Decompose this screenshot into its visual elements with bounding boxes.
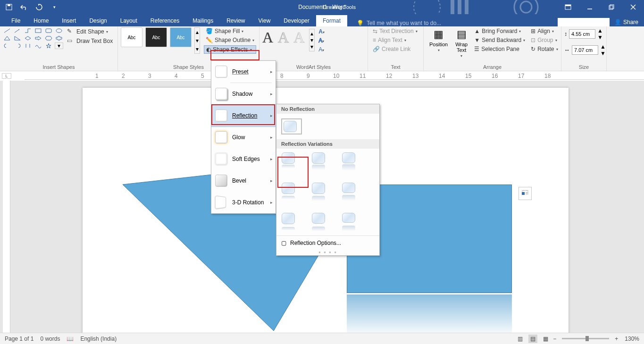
oval-icon[interactable] bbox=[55, 27, 63, 34]
save-icon[interactable] bbox=[5, 3, 13, 11]
zoom-slider[interactable] bbox=[562, 338, 609, 339]
tab-insert[interactable]: Insert bbox=[55, 15, 83, 26]
effects-glow[interactable]: Glow▸ bbox=[211, 126, 276, 148]
tab-design[interactable]: Design bbox=[83, 15, 113, 26]
align-text-button[interactable]: ≡Align Text▾ bbox=[371, 36, 420, 44]
hexagon-icon[interactable] bbox=[44, 35, 53, 42]
status-lang[interactable]: English (India) bbox=[80, 336, 117, 342]
create-link-button[interactable]: 🔗Create Link bbox=[371, 45, 420, 53]
proofing-icon[interactable]: 📖 bbox=[67, 336, 74, 342]
rectangle-icon[interactable] bbox=[34, 27, 42, 34]
search-input[interactable] bbox=[558, 18, 610, 26]
width-input[interactable] bbox=[572, 45, 598, 55]
star-icon[interactable] bbox=[44, 42, 53, 49]
shape-outline-button[interactable]: ✏️Shape Outline▾ bbox=[204, 36, 256, 44]
shape-styles-gallery[interactable]: Abc Abc Abc ▴▾▾ bbox=[121, 27, 200, 54]
brace2-icon[interactable] bbox=[13, 42, 22, 49]
bracket-icon[interactable] bbox=[24, 42, 32, 49]
status-page[interactable]: Page 1 of 1 bbox=[5, 336, 33, 342]
rotate-button[interactable]: ↻Rotate▾ bbox=[529, 45, 560, 53]
wrap-text-button[interactable]: ▤Wrap Text▾ bbox=[452, 27, 470, 59]
text-fill-button[interactable]: A▾ bbox=[318, 27, 325, 35]
scribble-icon[interactable] bbox=[34, 42, 42, 49]
reflection-variant-1[interactable] bbox=[280, 152, 296, 171]
wordart-gallery-more[interactable]: ▴▾▾ bbox=[309, 29, 315, 51]
reflection-options-button[interactable]: ▢Reflection Options... bbox=[276, 235, 379, 250]
effects-soft-edges[interactable]: Soft Edges▸ bbox=[211, 148, 276, 170]
tab-home[interactable]: Home bbox=[27, 15, 55, 26]
elbow-icon[interactable] bbox=[24, 27, 32, 34]
more-shapes-icon[interactable]: ▾ bbox=[55, 42, 63, 49]
status-words[interactable]: 0 words bbox=[40, 336, 60, 342]
text-outline-button[interactable]: A▾ bbox=[318, 36, 325, 44]
redo-icon[interactable] bbox=[35, 3, 43, 11]
group-button[interactable]: ⊡Group▾ bbox=[529, 36, 560, 44]
zoom-level[interactable]: 130% bbox=[625, 336, 639, 342]
tab-view[interactable]: View bbox=[252, 15, 277, 26]
diamond-icon[interactable] bbox=[24, 35, 32, 42]
minimize-icon[interactable] bbox=[579, 0, 601, 14]
reflection-variant-4[interactable] bbox=[280, 183, 296, 201]
plus-icon[interactable] bbox=[55, 35, 63, 42]
undo-icon[interactable] bbox=[20, 3, 28, 11]
flyout-resize-grip[interactable]: ● ● ● ● bbox=[276, 250, 379, 255]
arrow-icon[interactable] bbox=[13, 27, 22, 34]
bring-forward-button[interactable]: ▲Bring Forward▾ bbox=[472, 27, 527, 35]
rounded-rect-icon[interactable] bbox=[44, 27, 53, 34]
style-thumb-3[interactable]: Abc bbox=[170, 27, 192, 47]
tell-me-search[interactable]: 💡 Tell me what you want to do... bbox=[357, 20, 441, 26]
reflection-variant-7[interactable] bbox=[280, 213, 296, 232]
ribbon-options-icon[interactable] bbox=[557, 0, 579, 14]
reflection-variant-8[interactable] bbox=[310, 213, 326, 232]
wordart-gallery[interactable]: A A A ▴▾▾ bbox=[262, 29, 315, 51]
shape-effects-button[interactable]: ◐Shape Effects▾ bbox=[204, 45, 256, 54]
close-icon[interactable] bbox=[622, 0, 644, 14]
width-down[interactable]: ▼ bbox=[600, 50, 606, 57]
wordart-thumb-3[interactable]: A bbox=[293, 29, 304, 51]
brace-icon[interactable] bbox=[3, 42, 11, 49]
zoom-out-button[interactable]: − bbox=[553, 336, 556, 342]
tab-review[interactable]: Review bbox=[220, 15, 251, 26]
layout-options-button[interactable] bbox=[519, 187, 532, 200]
effects-reflection[interactable]: Reflection▸ bbox=[211, 104, 276, 127]
print-layout-icon[interactable]: ▤ bbox=[528, 335, 537, 343]
shapes-gallery[interactable]: ▾ bbox=[3, 27, 63, 49]
no-reflection-option[interactable] bbox=[281, 118, 302, 134]
height-down[interactable]: ▼ bbox=[597, 34, 603, 41]
reflection-variant-6[interactable] bbox=[341, 183, 357, 201]
tab-selector[interactable]: L bbox=[2, 73, 11, 79]
tab-format[interactable]: Format bbox=[316, 15, 347, 26]
effects-3d-rotation[interactable]: 3-D Rotation▸ bbox=[211, 192, 276, 213]
style-thumb-2[interactable]: Abc bbox=[145, 27, 167, 47]
web-layout-icon[interactable]: ▦ bbox=[543, 336, 548, 342]
maximize-icon[interactable] bbox=[601, 0, 622, 14]
reflection-variant-9[interactable] bbox=[341, 213, 357, 232]
wordart-thumb-2[interactable]: A bbox=[278, 29, 289, 51]
width-up[interactable]: ▲ bbox=[600, 43, 606, 50]
horizontal-ruler[interactable]: 123456789101112131415161718 bbox=[25, 72, 644, 80]
tab-developer[interactable]: Developer bbox=[277, 15, 316, 26]
style-thumb-1[interactable]: Abc bbox=[121, 27, 142, 47]
line-icon[interactable] bbox=[3, 27, 11, 34]
zoom-in-button[interactable]: + bbox=[615, 336, 618, 342]
read-mode-icon[interactable]: ▥ bbox=[518, 336, 523, 342]
effects-preset[interactable]: Preset▸ bbox=[211, 61, 276, 83]
vertical-ruler[interactable] bbox=[3, 81, 10, 342]
send-backward-button[interactable]: ▼Send Backward▾ bbox=[472, 36, 527, 44]
triangle-icon[interactable] bbox=[3, 35, 11, 42]
effects-shadow[interactable]: Shadow▸ bbox=[211, 83, 276, 105]
shape-fill-button[interactable]: 🪣Shape Fill▾ bbox=[204, 27, 256, 35]
height-input[interactable] bbox=[569, 29, 595, 39]
reflection-variant-3[interactable] bbox=[341, 152, 357, 171]
effects-bevel[interactable]: Bevel▸ bbox=[211, 170, 276, 192]
selection-pane-button[interactable]: ☰Selection Pane bbox=[472, 45, 527, 53]
reflection-variant-5[interactable] bbox=[310, 183, 326, 201]
text-direction-button[interactable]: ⇆Text Direction▾ bbox=[371, 27, 420, 35]
tab-mailings[interactable]: Mailings bbox=[186, 15, 220, 26]
edit-shape-button[interactable]: ✎Edit Shape▾ bbox=[65, 27, 115, 36]
text-effects-button[interactable]: A▾ bbox=[318, 45, 325, 53]
tab-references[interactable]: References bbox=[144, 15, 186, 26]
position-button[interactable]: ▦Position▾ bbox=[427, 27, 451, 59]
reflection-variant-2[interactable] bbox=[310, 152, 326, 171]
tab-layout[interactable]: Layout bbox=[114, 15, 144, 26]
